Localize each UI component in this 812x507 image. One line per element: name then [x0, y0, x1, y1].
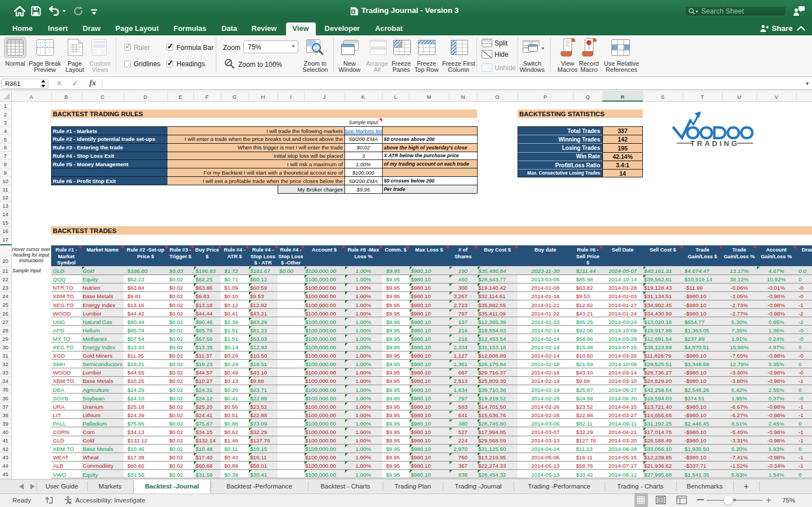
svg-text:TRADING: TRADING [690, 139, 739, 148]
